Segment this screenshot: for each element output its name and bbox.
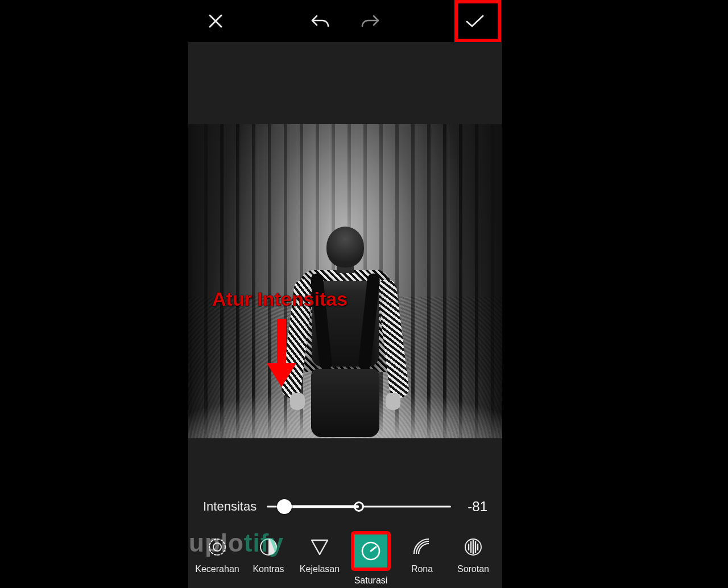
close-icon xyxy=(207,13,224,30)
slider-fill xyxy=(284,505,359,508)
slider-thumb-icon[interactable] xyxy=(277,499,292,514)
brightness-icon xyxy=(205,534,230,560)
svg-line-7 xyxy=(371,547,376,551)
svg-point-3 xyxy=(209,539,225,555)
undo-button[interactable] xyxy=(307,7,334,35)
svg-marker-5 xyxy=(312,540,328,554)
slider-label: Intensitas xyxy=(203,499,257,514)
tool-label: Saturasi xyxy=(354,575,388,586)
highlights-icon xyxy=(461,534,486,560)
tool-saturation[interactable]: Saturasi xyxy=(347,531,395,586)
tool-label: Kecerahan xyxy=(195,564,239,574)
checkmark-icon xyxy=(465,13,485,30)
editor-screen: Atur Intensitas Intensitas -81 xyxy=(188,0,502,588)
hue-icon xyxy=(410,534,435,560)
subject-silhouette xyxy=(291,227,399,437)
confirm-button[interactable] xyxy=(461,7,489,35)
close-button[interactable] xyxy=(202,7,229,35)
tool-label: Rona xyxy=(411,564,433,574)
tool-hue[interactable]: Rona xyxy=(398,531,446,574)
redo-icon xyxy=(360,13,380,30)
redo-button[interactable] xyxy=(357,7,384,35)
tool-brightness[interactable]: Kecerahan xyxy=(193,531,241,574)
tool-contrast[interactable]: Kontras xyxy=(245,531,292,574)
saturation-icon xyxy=(351,531,391,571)
undo-icon xyxy=(310,13,330,30)
tool-label: Kontras xyxy=(253,564,284,574)
tool-label: Sorotan xyxy=(457,564,489,574)
slider-value: -81 xyxy=(461,499,487,515)
image-preview-area[interactable]: Atur Intensitas xyxy=(188,42,502,486)
adjust-tool-row: Kecerahan Kontras Kejelasan xyxy=(188,528,502,588)
tool-clarity[interactable]: Kejelasan xyxy=(296,531,344,574)
tool-highlights[interactable]: Sorotan xyxy=(449,531,497,574)
top-action-bar xyxy=(188,0,502,42)
intensity-slider[interactable] xyxy=(267,499,451,515)
image-preview xyxy=(188,124,502,438)
contrast-icon xyxy=(256,534,281,560)
svg-point-2 xyxy=(213,543,221,551)
tool-label: Kejelasan xyxy=(300,564,340,574)
clarity-icon xyxy=(307,534,332,560)
intensity-slider-row: Intensitas -81 xyxy=(188,486,502,528)
